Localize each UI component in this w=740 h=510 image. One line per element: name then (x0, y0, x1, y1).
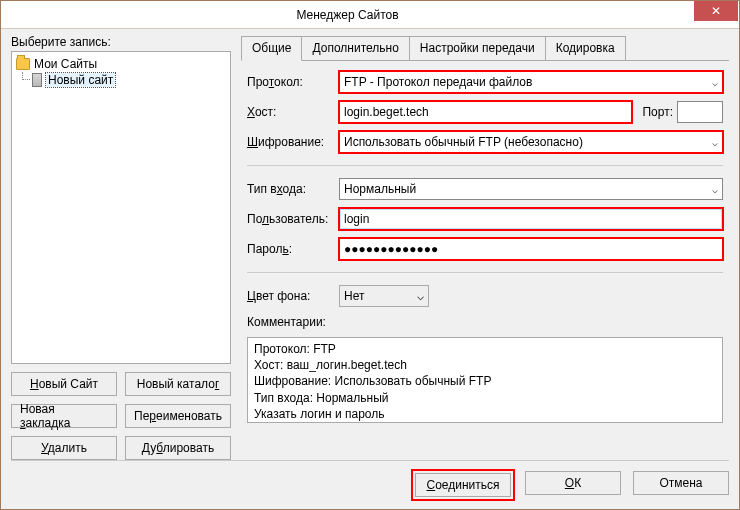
site-manager-window: Менеджер Сайтов ✕ Выберите запись: Мои С… (0, 0, 740, 510)
left-buttons: Новый Сайт Новый каталог Новая закладка … (11, 372, 231, 460)
folder-icon (16, 58, 30, 70)
sites-tree[interactable]: Мои Сайты Новый сайт (11, 51, 231, 364)
encryption-value: Использовать обычный FTP (небезопасно) (344, 135, 583, 149)
tabs: Общие Дополнительно Настройки передачи К… (241, 35, 729, 61)
main-row: Выберите запись: Мои Сайты Новый сайт Но… (11, 35, 729, 460)
left-column: Выберите запись: Мои Сайты Новый сайт Но… (11, 35, 231, 460)
bgcolor-select[interactable]: Нет ⌵ (339, 285, 429, 307)
user-value: login (344, 212, 369, 226)
close-icon: ✕ (711, 4, 721, 18)
protocol-label: Протокол: (247, 75, 335, 89)
tree-item-new-site[interactable]: Новый сайт (14, 72, 228, 88)
tab-transfer[interactable]: Настройки передачи (410, 36, 546, 61)
comments-line: Тип входа: Нормальный (254, 390, 716, 406)
comments-line: Хост: ваш_логин.beget.tech (254, 357, 716, 373)
new-bookmark-button[interactable]: Новая закладка (11, 404, 117, 428)
new-site-button[interactable]: Новый Сайт (11, 372, 117, 396)
divider (247, 272, 723, 273)
comments-textarea[interactable]: Протокол: FTP Хост: ваш_логин.beget.tech… (247, 337, 723, 423)
password-row: Пароль: ●●●●●●●●●●●●● (247, 238, 723, 260)
ok-button[interactable]: ОК (525, 471, 621, 495)
divider (247, 165, 723, 166)
connect-highlight: Соединиться (413, 471, 513, 499)
dialog-footer: Соединиться ОК Отмена (11, 460, 729, 499)
connect-button[interactable]: Соединиться (415, 473, 511, 497)
tree-item-label: Новый сайт (46, 73, 115, 87)
delete-button[interactable]: Удалить (11, 436, 117, 460)
comments-line: Указать логин и пароль (254, 406, 716, 422)
host-row: Хост: login.beget.tech Порт: (247, 101, 723, 123)
logon-type-select[interactable]: Нормальный ⌵ (339, 178, 723, 200)
dialog-body: Выберите запись: Мои Сайты Новый сайт Но… (1, 29, 739, 509)
user-label: Пользователь: (247, 212, 335, 226)
encryption-row: Шифрование: Использовать обычный FTP (не… (247, 131, 723, 153)
new-folder-button[interactable]: Новый каталог (125, 372, 231, 396)
password-value: ●●●●●●●●●●●●● (344, 242, 438, 256)
titlebar: Менеджер Сайтов ✕ (1, 1, 739, 29)
host-label: Хост: (247, 105, 335, 119)
protocol-value: FTP - Протокол передачи файлов (344, 75, 532, 89)
chevron-down-icon: ⌵ (712, 137, 718, 148)
server-icon (32, 73, 42, 87)
tree-root[interactable]: Мои Сайты (14, 56, 228, 72)
comments-line: Шифрование: Использовать обычный FTP (254, 373, 716, 389)
tab-advanced[interactable]: Дополнительно (302, 36, 409, 61)
comments-line: Протокол: FTP (254, 341, 716, 357)
duplicate-button[interactable]: Дублировать (125, 436, 231, 460)
tab-general[interactable]: Общие (241, 36, 302, 61)
encryption-select[interactable]: Использовать обычный FTP (небезопасно) ⌵ (339, 131, 723, 153)
comments-label: Комментарии: (247, 315, 723, 329)
select-entry-label: Выберите запись: (11, 35, 231, 49)
bgcolor-value: Нет (344, 289, 364, 303)
protocol-row: Протокол: FTP - Протокол передачи файлов… (247, 71, 723, 93)
logon-type-label: Тип входа: (247, 182, 335, 196)
rename-button[interactable]: Переименовать (125, 404, 231, 428)
tree-root-label: Мои Сайты (34, 57, 97, 71)
encryption-label: Шифрование: (247, 135, 335, 149)
window-title: Менеджер Сайтов (1, 8, 694, 22)
host-value: login.beget.tech (344, 105, 429, 119)
host-input[interactable]: login.beget.tech (339, 101, 632, 123)
password-input[interactable]: ●●●●●●●●●●●●● (339, 238, 723, 260)
protocol-select[interactable]: FTP - Протокол передачи файлов ⌵ (339, 71, 723, 93)
close-button[interactable]: ✕ (694, 1, 738, 21)
logon-type-value: Нормальный (344, 182, 416, 196)
port-input[interactable] (677, 101, 723, 123)
bgcolor-row: Цвет фона: Нет ⌵ (247, 285, 723, 307)
right-column: Общие Дополнительно Настройки передачи К… (241, 35, 729, 460)
tab-charset[interactable]: Кодировка (546, 36, 626, 61)
chevron-down-icon: ⌵ (712, 77, 718, 88)
user-row: Пользователь: login (247, 208, 723, 230)
bgcolor-label: Цвет фона: (247, 289, 335, 303)
user-input[interactable]: login (339, 208, 723, 230)
port-label: Порт: (642, 105, 673, 119)
cancel-button[interactable]: Отмена (633, 471, 729, 495)
chevron-down-icon: ⌵ (712, 184, 718, 195)
password-label: Пароль: (247, 242, 335, 256)
tab-body-general: Протокол: FTP - Протокол передачи файлов… (241, 61, 729, 460)
tree-connector (22, 72, 30, 80)
chevron-down-icon: ⌵ (417, 289, 424, 303)
logon-type-row: Тип входа: Нормальный ⌵ (247, 178, 723, 200)
